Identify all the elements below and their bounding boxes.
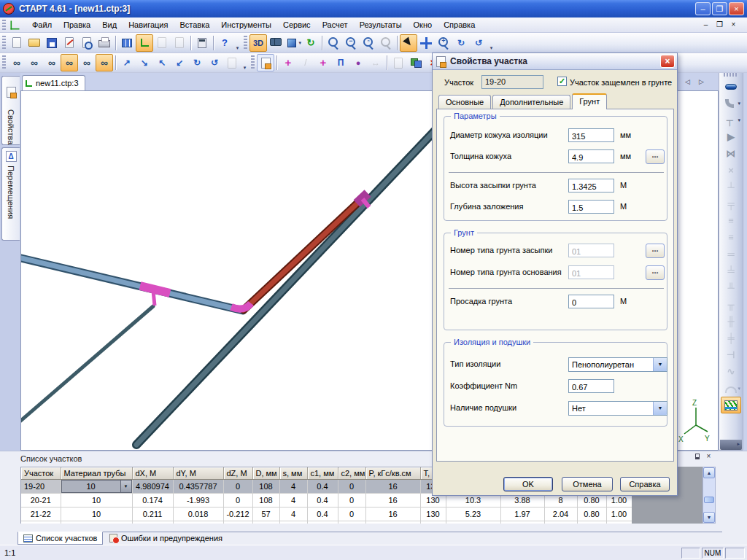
- sidebar-tab-properties[interactable]: Свойства: [1, 76, 20, 145]
- menu-item[interactable]: Инструменты: [215, 19, 277, 31]
- verify-button[interactable]: [153, 34, 171, 52]
- insert-restraint-button[interactable]: Π: [332, 54, 349, 71]
- scroll-down-button[interactable]: ▼: [703, 512, 715, 523]
- table-row[interactable]: [21, 521, 632, 524]
- paste-properties-button[interactable]: [407, 54, 425, 71]
- column-header[interactable]: dY, М: [173, 467, 223, 479]
- column-header[interactable]: dZ, М: [223, 467, 252, 479]
- view-dimensions-button[interactable]: ∞: [78, 54, 96, 71]
- orbit-view-button[interactable]: ↺: [470, 34, 487, 52]
- context-help-button[interactable]: ?: [216, 34, 233, 52]
- menu-item[interactable]: Расчет: [317, 19, 354, 31]
- menu-item[interactable]: Результаты: [354, 19, 408, 31]
- shading-mode-button[interactable]: ▾: [285, 34, 302, 52]
- burial-depth-input[interactable]: [568, 200, 614, 214]
- tab-additional[interactable]: Дополнительные: [492, 95, 570, 109]
- nm-coefficient-input[interactable]: [568, 379, 614, 393]
- pinned-in-soil-checkbox[interactable]: ✓: [557, 77, 567, 86]
- backfill-height-input[interactable]: [568, 179, 614, 192]
- menu-item[interactable]: Файл: [26, 19, 58, 31]
- column-header[interactable]: s, мм: [279, 467, 307, 479]
- insert-anchor-button[interactable]: ┴: [721, 179, 741, 195]
- roll-left-button[interactable]: ↻: [188, 54, 206, 71]
- column-header[interactable]: D, мм: [252, 467, 279, 479]
- insert-node-button[interactable]: +: [279, 54, 297, 71]
- insert-stop-button[interactable]: ⊣: [721, 346, 741, 363]
- rotate-view-down-button[interactable]: ↙: [171, 54, 188, 71]
- insert-sliding-support-button[interactable]: ╤: [721, 195, 741, 212]
- dialog-title-bar[interactable]: Свойства участка ×: [433, 53, 677, 70]
- mdi-close-button[interactable]: ×: [727, 20, 740, 31]
- scroll-thumb[interactable]: [704, 497, 714, 503]
- copy-properties-button[interactable]: [390, 54, 407, 71]
- rotate-view-left-button[interactable]: ↗: [118, 54, 136, 71]
- menu-item[interactable]: Правка: [58, 19, 96, 31]
- tab-errors-warnings[interactable]: Ошибки и предупреждения: [104, 532, 228, 545]
- segment-field[interactable]: 19-20: [481, 75, 543, 89]
- dialog-close-button[interactable]: ×: [660, 55, 675, 68]
- insert-pipe-button[interactable]: [721, 78, 741, 95]
- insert-tie-button[interactable]: ╪: [721, 330, 741, 346]
- column-header[interactable]: Материал трубы: [61, 467, 132, 479]
- insulation-type-select[interactable]: Пенополиуретан ▼: [568, 357, 667, 372]
- pan-button[interactable]: [417, 34, 435, 52]
- menu-item[interactable]: Навигация: [123, 19, 174, 31]
- menu-item[interactable]: Сервис: [277, 19, 317, 31]
- print-preview-button[interactable]: [78, 34, 96, 52]
- insert-spring-support-button[interactable]: ≡: [721, 229, 741, 246]
- redraw-button[interactable]: [223, 54, 241, 71]
- toolbar-overflow-button[interactable]: ▾: [233, 35, 241, 51]
- panel-close-button[interactable]: ×: [703, 452, 714, 462]
- insert-mass-button[interactable]: ●: [349, 54, 367, 71]
- chevron-down-icon[interactable]: ▼: [653, 358, 667, 371]
- insert-hanger-button[interactable]: ╧: [721, 262, 741, 279]
- rotate-view-up-button[interactable]: ↖: [153, 54, 171, 71]
- zoom-window-button[interactable]: ▫: [360, 34, 377, 52]
- view-query-button[interactable]: ∞: [43, 54, 61, 71]
- properties-button[interactable]: [257, 54, 274, 71]
- soil-settlement-input[interactable]: [568, 295, 614, 308]
- window-layout-button[interactable]: [118, 34, 136, 52]
- insert-compensator-button[interactable]: ∿: [721, 363, 741, 380]
- column-header[interactable]: P, кГс/кв.см: [365, 467, 420, 479]
- print-button[interactable]: [96, 34, 113, 52]
- minimize-button[interactable]: –: [695, 2, 711, 15]
- chevron-down-icon[interactable]: ▼: [653, 402, 667, 415]
- insert-cross-button[interactable]: ×: [721, 162, 741, 179]
- insert-reducer-button[interactable]: ▶: [721, 128, 741, 145]
- view-3d-button[interactable]: 3D: [249, 34, 267, 52]
- menu-item[interactable]: Окно: [408, 19, 438, 31]
- casing-diameter-input[interactable]: [568, 128, 614, 142]
- export-report-button[interactable]: [61, 34, 78, 52]
- calculator-button[interactable]: [193, 34, 211, 52]
- document-tab[interactable]: new11.ctp:3: [22, 75, 85, 90]
- insert-bend-button[interactable]: ▾: [721, 95, 741, 112]
- mdi-minimize-button[interactable]: –: [700, 20, 712, 31]
- view-deformed-button[interactable]: ∞: [26, 54, 43, 71]
- column-header[interactable]: c2, мм: [338, 467, 365, 479]
- chevron-down-icon[interactable]: ▼: [120, 481, 131, 492]
- rotate-view-button[interactable]: ↻: [452, 34, 470, 52]
- view-initial-button[interactable]: ∞: [8, 54, 26, 71]
- zoom-in-button[interactable]: +: [435, 34, 452, 52]
- ok-button[interactable]: OK: [503, 477, 553, 491]
- tab-scroll-left-button[interactable]: ◁: [681, 76, 694, 88]
- insert-soil-button[interactable]: [721, 397, 741, 413]
- scroll-up-button[interactable]: ▲: [703, 467, 715, 478]
- casing-thickness-input[interactable]: [568, 149, 614, 163]
- view-sizes-button[interactable]: ∞: [96, 54, 113, 71]
- table-row[interactable]: 21-22100.2110.018-0.2125740.40161305.231…: [21, 507, 632, 521]
- save-button[interactable]: [43, 34, 61, 52]
- toolbar-overflow-button[interactable]: ▾: [487, 35, 495, 51]
- insert-damper-button[interactable]: ╫: [721, 313, 741, 330]
- insert-spacer-button[interactable]: ↔: [367, 54, 384, 71]
- insert-valve-button[interactable]: ⋈: [721, 145, 741, 162]
- tab-segment-list[interactable]: Список участков: [18, 532, 103, 545]
- close-button[interactable]: ×: [729, 2, 744, 15]
- rotate-view-right-button[interactable]: ↘: [136, 54, 153, 71]
- column-header[interactable]: dX, М: [132, 467, 173, 479]
- zoom-previous-button[interactable]: [377, 34, 395, 52]
- insert-rigid-support-button[interactable]: ═: [721, 246, 741, 262]
- sidebar-tab-displacements[interactable]: Δ Перемещения: [1, 147, 20, 241]
- browse-button[interactable]: ...: [646, 265, 665, 280]
